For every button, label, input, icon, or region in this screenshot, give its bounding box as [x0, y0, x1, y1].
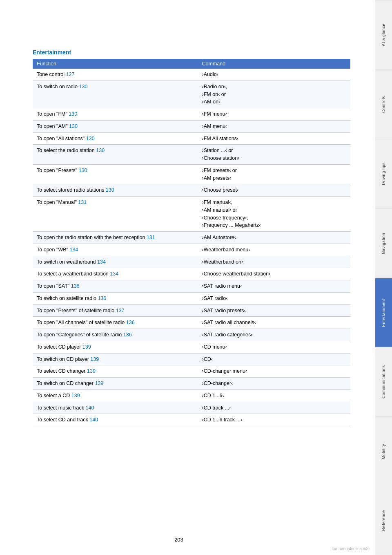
- table-row: To open "AM" 130›AM menu‹: [33, 120, 350, 132]
- table-row: To open "WB" 134›Weatherband menu‹: [33, 244, 350, 256]
- function-cell: To open "All stations" 130: [33, 132, 198, 145]
- sidebar-tab-reference[interactable]: Reference: [375, 486, 392, 555]
- function-cell: To select CD player 139: [33, 341, 198, 353]
- page-ref: 130: [86, 136, 95, 141]
- table-row: To select CD and track 140›CD 1...6 trac…: [33, 414, 350, 426]
- page-ref: 140: [89, 417, 98, 423]
- command-cell: ›Weatherband menu‹: [198, 244, 350, 256]
- sidebar-tab-controls[interactable]: Controls: [375, 69, 392, 139]
- sidebar-tab-at-a-glance[interactable]: At a glance: [375, 0, 392, 69]
- main-table: Function Command Tone control 127›Audio‹…: [33, 59, 350, 426]
- table-row: To select a weatherband station 134›Choo…: [33, 268, 350, 280]
- page-number: 203: [174, 537, 183, 543]
- function-cell: To open "WB" 134: [33, 244, 198, 256]
- table-header: Function Command: [33, 59, 350, 69]
- page-ref: 134: [97, 259, 106, 265]
- page-ref: 127: [66, 72, 75, 77]
- section-title: Entertainment: [33, 49, 350, 56]
- function-cell: To switch on weatherband 134: [33, 256, 198, 268]
- command-cell: ›Choose weatherband station‹: [198, 268, 350, 280]
- function-cell: To open "Presets" 130: [33, 164, 198, 184]
- table-row: To open "All channels" of satellite radi…: [33, 317, 350, 329]
- function-cell: To switch on radio 130: [33, 81, 198, 108]
- command-cell: ›FM menu‹: [198, 108, 350, 121]
- command-cell: ›FM presets‹ or›AM presets‹: [198, 164, 350, 184]
- col-function-header: Function: [33, 59, 198, 69]
- command-cell: ›SAT radio all channels‹: [198, 317, 350, 329]
- function-cell: To open the radio station with the best …: [33, 232, 198, 244]
- command-cell: ›SAT radio categories‹: [198, 329, 350, 341]
- function-cell: To switch on CD changer 139: [33, 378, 198, 390]
- command-cell: ›Weatherband on‹: [198, 256, 350, 268]
- table-row: To select CD changer 139›CD-changer menu…: [33, 365, 350, 378]
- function-cell: Tone control 127: [33, 69, 198, 81]
- sidebar-tab-entertainment[interactable]: Entertainment: [375, 278, 392, 347]
- table-row: To open "Presets" of satellite radio 137…: [33, 304, 350, 317]
- sidebar-tab-navigation[interactable]: Navigation: [375, 208, 392, 278]
- command-cell: ›FM manual‹,›AM manual‹ or›Choose freque…: [198, 197, 350, 232]
- sidebar-tab-communications[interactable]: Communications: [375, 347, 392, 416]
- page-ref: 136: [98, 295, 106, 301]
- function-cell: To select music track 140: [33, 402, 198, 414]
- command-cell: ›CD-changer‹: [198, 378, 350, 390]
- table-row: To switch on CD changer 139›CD-changer‹: [33, 378, 350, 390]
- page-ref: 139: [71, 393, 80, 398]
- command-cell: ›CD-changer menu‹: [198, 365, 350, 378]
- function-cell: To open "FM" 130: [33, 108, 198, 121]
- command-cell: ›CD 1...6 track ...‹: [198, 414, 350, 426]
- function-cell: To select CD changer 139: [33, 365, 198, 378]
- function-cell: To open "Manual" 131: [33, 197, 198, 232]
- page-ref: 140: [85, 405, 94, 411]
- page-ref: 131: [78, 199, 87, 205]
- page-ref: 130: [79, 168, 87, 173]
- command-cell: ›AM menu‹: [198, 120, 350, 132]
- function-cell: To open "SAT" 136: [33, 280, 198, 293]
- table-row: To switch on satellite radio 136›SAT rad…: [33, 292, 350, 304]
- command-cell: ›FM All stations‹: [198, 132, 350, 145]
- table-row: To open "All stations" 130›FM All statio…: [33, 132, 350, 145]
- table-row: To select CD player 139›CD menu‹: [33, 341, 350, 353]
- page-ref: 137: [116, 308, 125, 313]
- command-cell: ›Radio on‹,›FM on‹ or›AM on‹: [198, 81, 350, 108]
- function-cell: To open "All channels" of satellite radi…: [33, 317, 198, 329]
- command-cell: ›CD menu‹: [198, 341, 350, 353]
- table-row: To open "Presets" 130›FM presets‹ or›AM …: [33, 164, 350, 184]
- page-ref: 134: [110, 271, 118, 277]
- watermark: carmanualonline.info: [332, 546, 370, 551]
- command-cell: ›SAT radio presets‹: [198, 304, 350, 317]
- page-ref: 130: [96, 148, 105, 153]
- function-cell: To switch on CD player 139: [33, 353, 198, 365]
- table-row: To open "FM" 130›FM menu‹: [33, 108, 350, 121]
- sidebar-tab-mobility[interactable]: Mobility: [375, 416, 392, 486]
- function-cell: To open "AM" 130: [33, 120, 198, 132]
- function-cell: To select CD and track 140: [33, 414, 198, 426]
- sidebar-tab-driving-tips[interactable]: Driving tips: [375, 139, 392, 208]
- header-row: Function Command: [33, 59, 350, 69]
- table-row: To open "SAT" 136›SAT radio menu‹: [33, 280, 350, 293]
- function-cell: To select the radio station 130: [33, 145, 198, 165]
- page-ref: 139: [87, 368, 96, 374]
- page-ref: 131: [147, 235, 155, 240]
- sidebar-tabs-container: At a glanceControlsDriving tipsNavigatio…: [375, 0, 392, 555]
- table-body: Tone control 127›Audio‹To switch on radi…: [33, 69, 350, 426]
- function-cell: To open "Presets" of satellite radio 137: [33, 304, 198, 317]
- right-sidebar: At a glanceControlsDriving tipsNavigatio…: [375, 0, 392, 555]
- table-row: To open the radio station with the best …: [33, 232, 350, 244]
- page-ref: 134: [69, 247, 78, 253]
- function-cell: To open "Categories" of satellite radio …: [33, 329, 198, 341]
- table-row: To switch on radio 130›Radio on‹,›FM on‹…: [33, 81, 350, 108]
- command-cell: ›Audio‹: [198, 69, 350, 81]
- col-command-header: Command: [198, 59, 350, 69]
- page-ref: 136: [123, 332, 132, 338]
- page-ref: 136: [126, 320, 135, 325]
- page-ref: 130: [79, 84, 88, 90]
- command-cell: ›AM Autostore‹: [198, 232, 350, 244]
- page-ref: 136: [71, 283, 80, 289]
- function-cell: To switch on satellite radio 136: [33, 292, 198, 304]
- table-row: To select the radio station 130›Station …: [33, 145, 350, 165]
- command-cell: ›CD track ...‹: [198, 402, 350, 414]
- command-cell: ›CD 1...6‹: [198, 389, 350, 402]
- command-cell: ›CD‹: [198, 353, 350, 365]
- page-ref: 139: [95, 380, 103, 386]
- table-row: Tone control 127›Audio‹: [33, 69, 350, 81]
